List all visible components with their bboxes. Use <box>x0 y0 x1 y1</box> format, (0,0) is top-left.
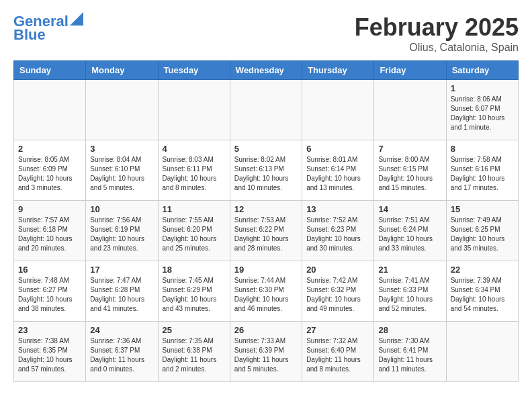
day-number: 17 <box>90 265 153 275</box>
day-number: 14 <box>378 204 441 214</box>
calendar-cell: 9Sunrise: 7:57 AM Sunset: 6:18 PM Daylig… <box>14 201 86 261</box>
calendar-cell: 2Sunrise: 8:05 AM Sunset: 6:09 PM Daylig… <box>14 140 86 201</box>
day-info: Sunrise: 8:00 AM Sunset: 6:15 PM Dayligh… <box>378 155 441 193</box>
day-number: 11 <box>163 204 226 214</box>
calendar-body: 1Sunrise: 8:06 AM Sunset: 6:07 PM Daylig… <box>14 80 519 382</box>
day-number: 26 <box>234 325 298 335</box>
calendar-cell: 16Sunrise: 7:48 AM Sunset: 6:27 PM Dayli… <box>14 261 86 322</box>
weekday-header: Friday <box>374 61 446 80</box>
day-number: 19 <box>234 265 298 275</box>
day-info: Sunrise: 7:55 AM Sunset: 6:20 PM Dayligh… <box>163 216 226 253</box>
calendar-cell: 14Sunrise: 7:51 AM Sunset: 6:24 PM Dayli… <box>374 201 446 261</box>
calendar-cell: 28Sunrise: 7:30 AM Sunset: 6:41 PM Dayli… <box>374 322 446 382</box>
day-number: 24 <box>90 325 153 335</box>
day-info: Sunrise: 7:57 AM Sunset: 6:18 PM Dayligh… <box>18 216 81 253</box>
weekday-header: Tuesday <box>158 61 230 80</box>
logo: General Blue <box>13 13 83 43</box>
day-info: Sunrise: 7:42 AM Sunset: 6:32 PM Dayligh… <box>306 276 369 314</box>
day-number: 4 <box>163 144 226 154</box>
day-info: Sunrise: 7:58 AM Sunset: 6:16 PM Dayligh… <box>451 155 514 193</box>
day-number: 8 <box>451 144 514 154</box>
title-block: February 2025 Olius, Catalonia, Spain <box>355 13 519 54</box>
calendar-cell: 23Sunrise: 7:38 AM Sunset: 6:35 PM Dayli… <box>14 322 86 382</box>
day-info: Sunrise: 7:49 AM Sunset: 6:25 PM Dayligh… <box>451 216 514 253</box>
day-number: 25 <box>163 325 226 335</box>
day-number: 22 <box>451 265 514 275</box>
weekday-header: Monday <box>86 61 158 80</box>
day-number: 12 <box>234 204 298 214</box>
calendar-cell: 10Sunrise: 7:56 AM Sunset: 6:19 PM Dayli… <box>86 201 158 261</box>
day-info: Sunrise: 7:53 AM Sunset: 6:22 PM Dayligh… <box>234 216 298 253</box>
day-info: Sunrise: 8:05 AM Sunset: 6:09 PM Dayligh… <box>18 155 81 193</box>
day-number: 7 <box>378 144 441 154</box>
calendar-cell: 13Sunrise: 7:52 AM Sunset: 6:23 PM Dayli… <box>302 201 374 261</box>
day-number: 21 <box>378 265 441 275</box>
calendar-title: February 2025 <box>355 13 519 42</box>
calendar-cell <box>446 322 518 382</box>
calendar-cell <box>374 80 446 140</box>
day-number: 20 <box>306 265 369 275</box>
calendar-cell: 17Sunrise: 7:47 AM Sunset: 6:28 PM Dayli… <box>86 261 158 322</box>
logo-icon <box>70 12 83 26</box>
weekday-header: Thursday <box>302 61 374 80</box>
day-number: 1 <box>451 83 514 93</box>
logo-text2: Blue <box>13 27 83 43</box>
calendar-cell: 15Sunrise: 7:49 AM Sunset: 6:25 PM Dayli… <box>446 201 518 261</box>
calendar-cell: 21Sunrise: 7:41 AM Sunset: 6:33 PM Dayli… <box>374 261 446 322</box>
calendar-week-row: 23Sunrise: 7:38 AM Sunset: 6:35 PM Dayli… <box>14 322 519 382</box>
calendar-cell: 4Sunrise: 8:03 AM Sunset: 6:11 PM Daylig… <box>158 140 230 201</box>
calendar-cell <box>14 80 86 140</box>
calendar-cell <box>86 80 158 140</box>
day-info: Sunrise: 7:56 AM Sunset: 6:19 PM Dayligh… <box>90 216 153 253</box>
calendar-cell: 18Sunrise: 7:45 AM Sunset: 6:29 PM Dayli… <box>158 261 230 322</box>
day-info: Sunrise: 7:48 AM Sunset: 6:27 PM Dayligh… <box>18 276 81 314</box>
day-number: 13 <box>306 204 369 214</box>
calendar-cell: 25Sunrise: 7:35 AM Sunset: 6:38 PM Dayli… <box>158 322 230 382</box>
day-info: Sunrise: 7:41 AM Sunset: 6:33 PM Dayligh… <box>378 276 441 314</box>
day-number: 27 <box>306 325 369 335</box>
calendar-cell <box>230 80 302 140</box>
calendar-cell: 22Sunrise: 7:39 AM Sunset: 6:34 PM Dayli… <box>446 261 518 322</box>
calendar-table: SundayMondayTuesdayWednesdayThursdayFrid… <box>13 60 519 382</box>
day-info: Sunrise: 7:39 AM Sunset: 6:34 PM Dayligh… <box>451 276 514 314</box>
day-number: 5 <box>234 144 298 154</box>
day-number: 9 <box>18 204 81 214</box>
calendar-cell: 5Sunrise: 8:02 AM Sunset: 6:13 PM Daylig… <box>230 140 302 201</box>
calendar-cell: 3Sunrise: 8:04 AM Sunset: 6:10 PM Daylig… <box>86 140 158 201</box>
calendar-week-row: 2Sunrise: 8:05 AM Sunset: 6:09 PM Daylig… <box>14 140 519 201</box>
weekday-header: Sunday <box>14 61 86 80</box>
day-info: Sunrise: 8:01 AM Sunset: 6:14 PM Dayligh… <box>306 155 369 193</box>
day-info: Sunrise: 8:04 AM Sunset: 6:10 PM Dayligh… <box>90 155 153 193</box>
day-info: Sunrise: 7:38 AM Sunset: 6:35 PM Dayligh… <box>18 336 81 374</box>
page-header: General Blue February 2025 Olius, Catalo… <box>13 13 519 54</box>
calendar-header: SundayMondayTuesdayWednesdayThursdayFrid… <box>14 61 519 80</box>
calendar-cell <box>302 80 374 140</box>
weekday-header: Wednesday <box>230 61 302 80</box>
calendar-cell: 8Sunrise: 7:58 AM Sunset: 6:16 PM Daylig… <box>446 140 518 201</box>
calendar-cell: 27Sunrise: 7:32 AM Sunset: 6:40 PM Dayli… <box>302 322 374 382</box>
svg-marker-0 <box>70 12 83 26</box>
day-info: Sunrise: 7:44 AM Sunset: 6:30 PM Dayligh… <box>234 276 298 314</box>
weekday-header: Saturday <box>446 61 518 80</box>
calendar-subtitle: Olius, Catalonia, Spain <box>355 42 519 54</box>
calendar-cell: 6Sunrise: 8:01 AM Sunset: 6:14 PM Daylig… <box>302 140 374 201</box>
calendar-week-row: 1Sunrise: 8:06 AM Sunset: 6:07 PM Daylig… <box>14 80 519 140</box>
calendar-cell: 7Sunrise: 8:00 AM Sunset: 6:15 PM Daylig… <box>374 140 446 201</box>
day-info: Sunrise: 8:06 AM Sunset: 6:07 PM Dayligh… <box>451 95 514 132</box>
calendar-cell: 24Sunrise: 7:36 AM Sunset: 6:37 PM Dayli… <box>86 322 158 382</box>
calendar-cell: 26Sunrise: 7:33 AM Sunset: 6:39 PM Dayli… <box>230 322 302 382</box>
calendar-cell: 19Sunrise: 7:44 AM Sunset: 6:30 PM Dayli… <box>230 261 302 322</box>
calendar-week-row: 16Sunrise: 7:48 AM Sunset: 6:27 PM Dayli… <box>14 261 519 322</box>
day-number: 18 <box>163 265 226 275</box>
day-info: Sunrise: 7:30 AM Sunset: 6:41 PM Dayligh… <box>378 336 441 374</box>
calendar-cell: 12Sunrise: 7:53 AM Sunset: 6:22 PM Dayli… <box>230 201 302 261</box>
day-info: Sunrise: 7:52 AM Sunset: 6:23 PM Dayligh… <box>306 216 369 253</box>
day-info: Sunrise: 7:45 AM Sunset: 6:29 PM Dayligh… <box>163 276 226 314</box>
day-info: Sunrise: 8:03 AM Sunset: 6:11 PM Dayligh… <box>163 155 226 193</box>
calendar-cell: 11Sunrise: 7:55 AM Sunset: 6:20 PM Dayli… <box>158 201 230 261</box>
day-number: 15 <box>451 204 514 214</box>
day-number: 6 <box>306 144 369 154</box>
day-info: Sunrise: 7:35 AM Sunset: 6:38 PM Dayligh… <box>163 336 226 374</box>
weekday-row: SundayMondayTuesdayWednesdayThursdayFrid… <box>14 61 519 80</box>
calendar-week-row: 9Sunrise: 7:57 AM Sunset: 6:18 PM Daylig… <box>14 201 519 261</box>
